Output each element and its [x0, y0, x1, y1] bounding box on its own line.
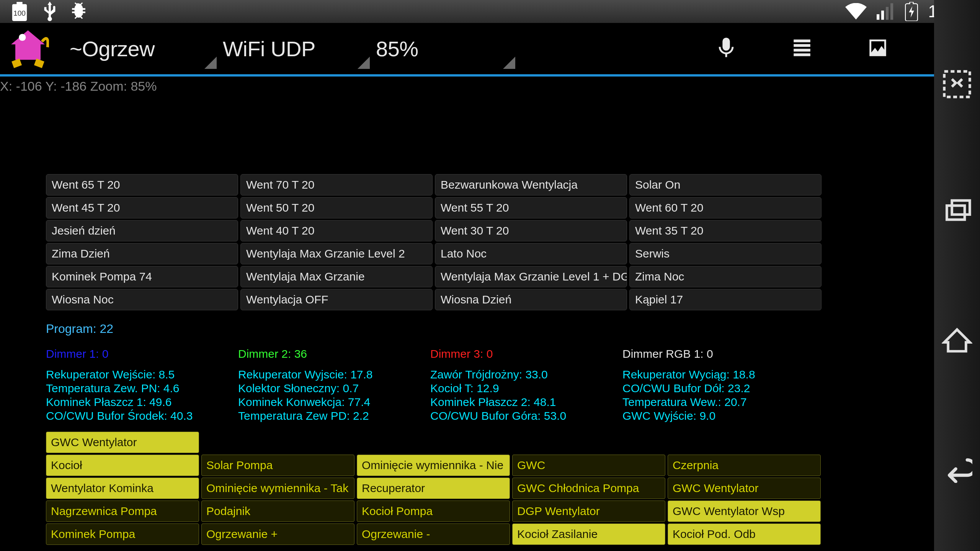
dimmer-1: Dimmer 1: 0: [46, 347, 238, 360]
preset-button[interactable]: Went 70 T 20: [240, 174, 433, 196]
preset-button[interactable]: Wiosna Dzień: [435, 289, 627, 310]
mic-icon[interactable]: [715, 37, 737, 60]
sensor-reading: Zawór Trójdrożny: 33.0: [430, 368, 622, 381]
svg-rect-2: [881, 11, 884, 20]
preset-button[interactable]: Kominek Pompa 74: [46, 266, 238, 287]
control-row: Wentylator KominkaOminięcie wymiennika -…: [46, 478, 934, 499]
preset-button[interactable]: Lato Noc: [435, 243, 627, 264]
svg-text:100: 100: [13, 9, 26, 17]
sensor-reading: CO/CWU Bufor Dół: 23.2: [622, 382, 815, 395]
sensor-reading: CO/CWU Bufor Góra: 53.0: [430, 409, 622, 422]
preset-button[interactable]: Went 65 T 20: [46, 174, 238, 196]
control-button[interactable]: Kocioł Pompa: [357, 500, 510, 522]
home-icon[interactable]: [942, 324, 972, 357]
list-icon[interactable]: [791, 37, 813, 60]
sensor-reading: Kocioł T: 12.9: [430, 382, 622, 395]
control-button[interactable]: GWC Chłodnica Pompa: [512, 478, 665, 499]
control-button[interactable]: Ominięcie wymiennika - Nie: [357, 455, 510, 476]
cell-signal-icon: [877, 3, 895, 20]
control-button[interactable]: Podajnik: [201, 500, 354, 522]
control-row: Nagrzewnica PompaPodajnikKocioł PompaDGP…: [46, 500, 934, 522]
control-button[interactable]: Ominięcie wymiennika - Tak: [201, 478, 354, 499]
preset-button[interactable]: Zima Noc: [629, 266, 822, 287]
battery-charging-icon: [905, 2, 918, 21]
sensor-reading: Kolektor Słoneczny: 0.7: [238, 382, 430, 395]
svg-rect-4: [890, 3, 893, 20]
control-button[interactable]: Kocioł Zasilanie: [512, 523, 665, 545]
preset-button[interactable]: Went 60 T 20: [629, 197, 822, 218]
control-button[interactable]: Nagrzewnica Pompa: [46, 500, 199, 522]
sensor-reading: Temperatura Zew PD: 2.2: [238, 409, 430, 422]
control-button[interactable]: Recuperator: [357, 478, 510, 499]
preset-button[interactable]: Wentylaja Max Grzanie Level 1 + DGP: [435, 266, 627, 287]
control-area: GWC WentylatorKociołSolar PompaOminięcie…: [46, 432, 934, 545]
preset-button[interactable]: Went 55 T 20: [435, 197, 627, 218]
sensor-reading: Kominek Płaszcz 2: 48.1: [430, 396, 622, 409]
preset-button[interactable]: Wentylaja Max Grzanie Level 2: [240, 243, 433, 264]
control-button[interactable]: Czerpnia: [668, 455, 821, 476]
preset-button[interactable]: Bezwarunkowa Wentylacja: [435, 174, 627, 196]
sensor-grid: Rekuperator Wejście: 8.5Rekuperator Wyjs…: [46, 368, 934, 422]
control-button[interactable]: Kocioł Pod. Odb: [668, 523, 821, 545]
svg-rect-10: [947, 205, 965, 220]
svg-rect-1: [877, 14, 879, 20]
preset-button[interactable]: Went 35 T 20: [629, 220, 822, 241]
spinner-zoom[interactable]: 85%: [371, 28, 516, 70]
control-button[interactable]: GWC Wentylator: [668, 478, 821, 499]
preset-button[interactable]: Kąpiel 17: [629, 289, 822, 310]
app-toolbar: ~Ogrzew WiFi UDP 85%: [0, 23, 980, 77]
wifi-icon: [845, 3, 867, 20]
dimmer-3: Dimmer 3: 0: [430, 347, 622, 360]
back-icon[interactable]: [942, 452, 972, 484]
preset-button[interactable]: Zima Dzień: [46, 243, 238, 264]
sensor-reading: CO/CWU Bufor Środek: 40.3: [46, 409, 238, 422]
preset-button[interactable]: Went 30 T 20: [435, 220, 627, 241]
screenshot-icon[interactable]: [942, 69, 972, 101]
image-icon[interactable]: [867, 37, 889, 60]
android-status-bar: 100 18:43: [0, 0, 980, 23]
control-button[interactable]: Kocioł: [46, 455, 199, 476]
preset-button[interactable]: Wentylacja OFF: [240, 289, 433, 310]
program-line: Program: 22: [46, 322, 934, 336]
sensor-reading: GWC Wyjście: 9.0: [622, 409, 815, 422]
svg-rect-7: [11, 59, 22, 68]
preset-button[interactable]: Went 45 T 20: [46, 197, 238, 218]
usb-icon: [43, 2, 57, 21]
svg-marker-5: [11, 30, 45, 60]
android-system-nav: [934, 0, 980, 551]
control-button[interactable]: DGP Wentylator: [512, 500, 665, 522]
preset-button[interactable]: Jesień dzień: [46, 220, 238, 241]
recent-apps-icon[interactable]: [942, 197, 972, 229]
control-button[interactable]: Solar Pompa: [201, 455, 354, 476]
control-button[interactable]: GWC Wentylator: [46, 432, 199, 453]
sensor-reading: Temperatura Zew. PN: 4.6: [46, 382, 238, 395]
preset-button[interactable]: Went 40 T 20: [240, 220, 433, 241]
control-row: GWC Wentylator: [46, 432, 934, 453]
sensor-reading: Rekuperator Wejście: 8.5: [46, 368, 238, 381]
battery-100-icon: 100: [11, 2, 28, 21]
sensor-reading: Kominek Konwekcja: 77.4: [238, 396, 430, 409]
control-button[interactable]: Ogrzewanie +: [201, 523, 354, 545]
sensor-reading: Rekuperator Wyjscie: 17.8: [238, 368, 430, 381]
coord-zoom-readout: X: -106 Y: -186 Zoom: 85%: [0, 77, 934, 94]
status-block: Program: 22 Dimmer 1: 0 Dimmer 2: 36 Dim…: [46, 322, 934, 422]
preset-button[interactable]: Went 50 T 20: [240, 197, 433, 218]
control-button[interactable]: Ogrzewanie -: [357, 523, 510, 545]
preset-button[interactable]: Wentylaja Max Grzanie: [240, 266, 433, 287]
preset-grid: Went 65 T 20Went 70 T 20Bezwarunkowa Wen…: [46, 174, 934, 310]
control-row: KociołSolar PompaOminięcie wymiennika - …: [46, 455, 934, 476]
svg-rect-9: [944, 72, 970, 97]
spinner-device[interactable]: ~Ogrzew: [64, 28, 217, 70]
adb-debug-icon: [71, 2, 91, 21]
control-button[interactable]: Kominek Pompa: [46, 523, 199, 545]
control-button[interactable]: Wentylator Kominka: [46, 478, 199, 499]
control-row: Kominek PompaOgrzewanie +Ogrzewanie -Koc…: [46, 523, 934, 545]
svg-point-6: [19, 34, 26, 41]
spinner-connection[interactable]: WiFi UDP: [217, 28, 371, 70]
control-button[interactable]: GWC: [512, 455, 665, 476]
preset-button[interactable]: Solar On: [629, 174, 822, 196]
sensor-reading: Temperatura Wew.: 20.7: [622, 396, 815, 409]
preset-button[interactable]: Wiosna Noc: [46, 289, 238, 310]
control-button[interactable]: GWC Wentylator Wsp: [668, 500, 821, 522]
preset-button[interactable]: Serwis: [629, 243, 822, 264]
